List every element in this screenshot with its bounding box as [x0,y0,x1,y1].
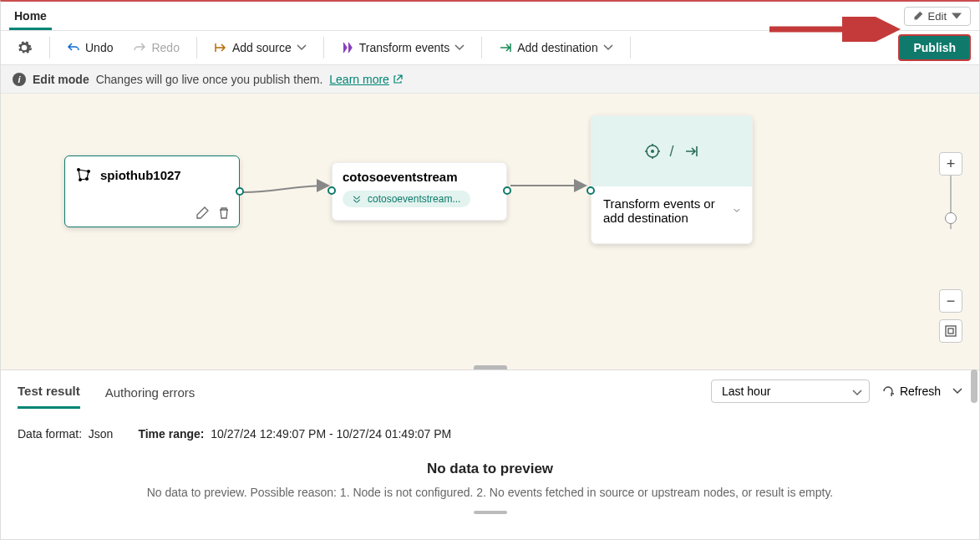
time-range-label: Time range: [138,427,204,441]
redo-label: Redo [151,41,179,54]
redo-icon [133,41,146,54]
separator [481,37,482,59]
source-node-name: spiothub1027 [100,168,181,182]
refresh-label: Refresh [900,385,941,398]
undo-button[interactable]: Undo [58,38,121,58]
chevron-down-icon [297,43,307,53]
add-destination-button[interactable]: Add destination [490,38,622,58]
add-destination-label: Add destination [517,41,598,54]
stream-node-name: cotosoeventstream [333,163,506,187]
settings-button[interactable] [8,36,41,59]
edit-mode-label: Edit mode [33,73,89,86]
svg-point-6 [651,150,654,153]
fit-to-screen-button[interactable] [939,319,962,343]
output-icon [683,143,699,160]
destination-icon-area: / [592,116,752,186]
learn-more-link[interactable]: Learn more [329,73,403,86]
data-format-value: Json [89,427,114,441]
caret-down-icon [952,11,962,21]
separator [49,37,50,59]
stream-node[interactable]: cotosoeventstream cotosoeventstream... [332,162,507,221]
external-link-icon [393,74,403,84]
zoom-in-button[interactable]: + [939,152,962,176]
no-data-title: No data to preview [18,461,962,477]
undo-icon [67,41,80,54]
edit-label: Edit [928,10,947,23]
stream-pill[interactable]: cotosoeventstream... [343,191,470,207]
add-source-button[interactable]: Add source [206,38,315,58]
chevron-down-icon [603,43,613,53]
panel-resize-handle[interactable] [474,365,507,369]
undo-label: Undo [85,41,113,54]
output-port[interactable] [236,187,244,196]
input-port[interactable] [328,186,336,195]
source-icon [214,41,227,54]
output-port[interactable] [503,186,511,195]
edit-dropdown[interactable]: Edit [904,7,971,26]
zoom-out-button[interactable]: − [939,289,962,313]
separator [630,37,631,59]
learn-more-label: Learn more [329,73,389,86]
info-icon: i [13,73,26,86]
no-data-message: No data to preview. Possible reason: 1. … [18,486,962,499]
chevron-down-icon[interactable] [734,206,740,216]
tab-authoring-errors[interactable]: Authoring errors [105,375,195,408]
zoom-knob[interactable] [945,212,957,224]
add-source-label: Add source [232,41,292,54]
wires [1,94,979,369]
gear-icon [16,39,33,56]
destination-placeholder-node[interactable]: / Transform events or add destination [591,115,753,244]
destination-placeholder-label: Transform events or add destination [603,196,734,225]
scrollbar[interactable] [971,369,977,403]
edit-node-icon[interactable] [195,206,209,220]
chevron-down-icon [454,43,465,53]
separator [323,37,324,59]
input-port[interactable] [586,186,595,195]
zoom-slider[interactable] [950,176,952,229]
redo-button: Redo [124,38,187,58]
transform-label: Transform events [359,41,449,54]
tab-test-result[interactable]: Test result [18,374,80,409]
transform-icon [341,41,354,54]
separator [196,37,197,59]
panel-resize-handle[interactable] [474,511,507,514]
destination-icon [499,41,512,54]
delete-node-icon[interactable] [217,206,231,220]
svg-rect-8 [948,329,953,334]
process-icon [644,143,661,160]
transform-events-button[interactable]: Transform events [333,38,473,58]
stream-icon [353,194,363,204]
chevron-down-icon [852,388,862,398]
stream-pill-label: cotosoeventstream... [368,193,460,205]
data-format-label: Data format: [18,427,82,441]
pencil-icon [913,11,923,21]
refresh-button[interactable]: Refresh [881,385,941,398]
flow-canvas[interactable]: spiothub1027 cotosoeventstream cotosoeve… [1,94,979,369]
svg-rect-7 [946,326,956,336]
time-range-select[interactable]: Last hour [711,380,870,403]
tab-home[interactable]: Home [9,3,52,30]
time-range-value: Last hour [722,385,770,398]
refresh-icon [881,385,895,398]
iot-hub-icon [75,166,92,183]
collapse-panel-icon[interactable] [952,386,962,396]
source-node[interactable]: spiothub1027 [64,155,240,227]
time-range-display: 10/27/24 12:49:07 PM - 10/27/24 01:49:07… [211,427,451,441]
edit-mode-msg: Changes will go live once you publish th… [96,73,323,86]
publish-button[interactable]: Publish [898,34,971,61]
fit-icon [945,325,957,337]
